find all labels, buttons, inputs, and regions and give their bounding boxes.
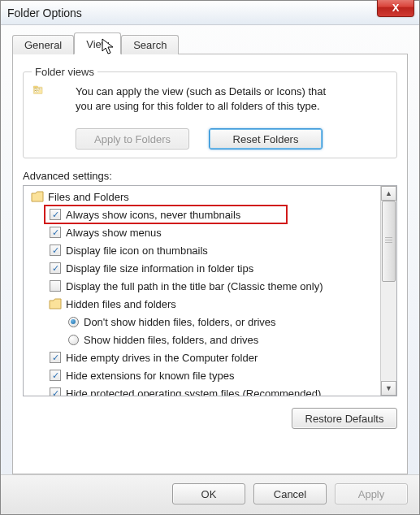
folder-views-text-line1: You can apply the view (such as Details … bbox=[76, 85, 326, 97]
scroll-up-button[interactable]: ▲ bbox=[381, 186, 396, 201]
tab-view[interactable]: View bbox=[74, 32, 121, 54]
scroll-track[interactable] bbox=[381, 201, 396, 381]
apply-to-folders-button[interactable]: Apply to Folders bbox=[76, 128, 189, 149]
tree-item[interactable]: Display the full path in the title bar (… bbox=[27, 277, 377, 295]
tree-label: Don't show hidden files, folders, or dri… bbox=[84, 316, 276, 328]
apply-button[interactable]: Apply bbox=[335, 483, 408, 504]
vertical-scrollbar[interactable]: ▲ ▼ bbox=[380, 186, 396, 396]
folder-options-window: Folder Options X General View Search Fol… bbox=[0, 0, 420, 515]
tree-item[interactable]: ✓Always show menus bbox=[27, 223, 377, 241]
folder-views-text: You can apply the view (such as Details … bbox=[76, 84, 326, 113]
folder-views-group: Folder views Yo bbox=[23, 66, 397, 158]
reset-folders-button[interactable]: Reset Folders bbox=[209, 128, 323, 149]
folder-icon bbox=[48, 298, 63, 309]
tree-label: Show hidden files, folders, and drives bbox=[84, 334, 258, 346]
advanced-settings-label: Advanced settings: bbox=[23, 170, 397, 182]
checkbox-icon: ✓ bbox=[50, 262, 61, 274]
close-button[interactable]: X bbox=[377, 0, 414, 17]
tree-item[interactable]: ✓Display file size information in folder… bbox=[27, 259, 377, 277]
tree-group[interactable]: Hidden files and folders bbox=[27, 295, 377, 313]
svg-rect-2 bbox=[35, 89, 37, 90]
tree-root-files-and-folders[interactable]: Files and Folders bbox=[27, 188, 377, 206]
tree-label: Hidden files and folders bbox=[66, 298, 176, 310]
tree-item[interactable]: ✓Hide empty drives in the Computer folde… bbox=[27, 348, 377, 366]
tree-label: Always show icons, never thumbnails bbox=[66, 209, 240, 221]
restore-defaults-button[interactable]: Restore Defaults bbox=[292, 408, 397, 429]
folder-views-icon bbox=[32, 84, 67, 120]
dialog-body: General View Search Folder views bbox=[1, 25, 419, 474]
svg-rect-3 bbox=[37, 89, 39, 90]
svg-rect-1 bbox=[33, 86, 37, 88]
cancel-button[interactable]: Cancel bbox=[253, 483, 327, 504]
svg-rect-0 bbox=[33, 87, 42, 93]
tree-item[interactable]: ✓Hide protected operating system files (… bbox=[27, 384, 377, 396]
titlebar: Folder Options X bbox=[1, 1, 419, 25]
radio-icon bbox=[68, 317, 79, 327]
scroll-thumb[interactable] bbox=[382, 201, 396, 282]
tree-label: Hide empty drives in the Computer folder bbox=[66, 352, 258, 364]
checkbox-icon: ✓ bbox=[50, 387, 61, 396]
tab-view-panel: Folder views Yo bbox=[12, 54, 408, 474]
tree-label: Files and Folders bbox=[48, 191, 129, 203]
svg-rect-5 bbox=[35, 91, 37, 93]
folder-icon bbox=[30, 191, 45, 202]
tree-item[interactable]: ✓Always show icons, never thumbnails bbox=[27, 206, 377, 223]
checkbox-icon: ✓ bbox=[50, 227, 61, 238]
tab-search[interactable]: Search bbox=[121, 35, 179, 54]
tab-general[interactable]: General bbox=[12, 35, 74, 54]
tree-label: Display file icon on thumbnails bbox=[66, 245, 208, 257]
checkbox-icon bbox=[50, 280, 61, 292]
tree-label: Display the full path in the title bar (… bbox=[66, 280, 323, 292]
window-title: Folder Options bbox=[7, 6, 82, 19]
checkbox-icon: ✓ bbox=[50, 352, 61, 363]
advanced-settings-tree[interactable]: Files and Folders✓Always show icons, nev… bbox=[23, 185, 397, 396]
tree-label: Display file size information in folder … bbox=[66, 262, 253, 275]
dialog-footer: OK Cancel Apply bbox=[1, 474, 419, 514]
tree-view[interactable]: Files and Folders✓Always show icons, nev… bbox=[24, 186, 380, 396]
checkbox-icon: ✓ bbox=[50, 209, 61, 220]
scroll-down-button[interactable]: ▼ bbox=[381, 381, 396, 396]
svg-rect-6 bbox=[37, 91, 39, 93]
checkbox-icon: ✓ bbox=[50, 245, 61, 256]
checkbox-icon: ✓ bbox=[50, 370, 61, 381]
tree-item[interactable]: Show hidden files, folders, and drives bbox=[27, 331, 377, 348]
tab-strip: General View Search bbox=[12, 32, 408, 54]
folder-views-text-line2: you are using for this folder to all fol… bbox=[76, 100, 320, 112]
tree-label: Hide extensions for known file types bbox=[66, 370, 234, 382]
ok-button[interactable]: OK bbox=[172, 483, 245, 504]
tree-item[interactable]: ✓Display file icon on thumbnails bbox=[27, 241, 377, 259]
tree-label: Always show menus bbox=[66, 227, 162, 239]
folder-views-legend: Folder views bbox=[32, 66, 97, 78]
svg-rect-4 bbox=[40, 89, 41, 90]
tree-item[interactable]: Don't show hidden files, folders, or dri… bbox=[27, 313, 377, 331]
tree-item[interactable]: ✓Hide extensions for known file types bbox=[27, 366, 377, 384]
tree-label: Hide protected operating system files (R… bbox=[66, 387, 321, 396]
radio-icon bbox=[68, 335, 79, 345]
close-icon: X bbox=[392, 2, 400, 13]
